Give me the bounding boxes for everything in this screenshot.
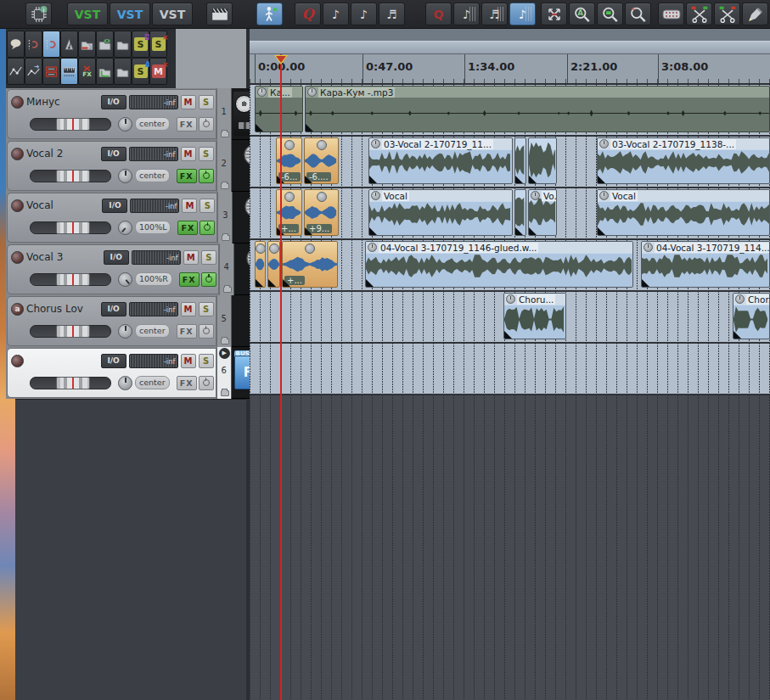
track-lane-1[interactable]: Ка...Кара-Кум -.mp3 (250, 85, 770, 137)
volume-fader-handle[interactable] (56, 170, 90, 182)
item-volume-knob[interactable] (599, 139, 609, 148)
audio-item[interactable]: Кара-Кум -.mp3 (305, 86, 770, 132)
item-volume-knob[interactable] (269, 244, 279, 254)
volume-fader[interactable] (30, 170, 111, 182)
fade-handle[interactable] (256, 279, 263, 287)
item-volume-knob[interactable] (644, 243, 653, 252)
io-button[interactable]: I/O (101, 354, 126, 368)
pan-knob[interactable] (118, 376, 132, 390)
track-panel-1[interactable]: МинусI/O-infMScenterFX1 (6, 88, 246, 140)
tcp-empty-area[interactable] (15, 399, 246, 700)
record-arm-button[interactable] (11, 199, 24, 212)
folder-state-icon[interactable] (223, 287, 232, 293)
volume-fader-handle[interactable] (56, 325, 90, 338)
volume-fader[interactable] (30, 325, 111, 338)
volume-fader-handle[interactable] (56, 377, 90, 389)
fade-handle[interactable] (515, 176, 523, 183)
solo-button[interactable]: S (199, 147, 214, 161)
folder-state-icon[interactable] (221, 183, 229, 189)
audio-item[interactable] (514, 189, 526, 236)
track-name[interactable]: Vocal (24, 199, 102, 211)
fade-handle[interactable] (733, 331, 741, 339)
quantize-button[interactable]: Q (425, 3, 452, 25)
fx-button[interactable]: FX (177, 169, 197, 183)
fade-handle[interactable] (268, 279, 276, 287)
track-lane-2[interactable]: -6...-6....03-Vocal 2-170719_11...03-Voc… (250, 137, 770, 188)
folder-state-icon[interactable] (221, 390, 229, 396)
scrollbar-thumb[interactable] (250, 41, 770, 54)
audio-item[interactable] (267, 241, 280, 288)
fx-button[interactable]: FX (177, 117, 197, 132)
notes-bubble-button[interactable] (7, 31, 25, 58)
pan-knob[interactable] (118, 169, 132, 183)
track-name[interactable]: Vocal 3 (24, 251, 104, 263)
item-volume-knob[interactable] (284, 192, 295, 202)
clapperboard-button[interactable] (206, 3, 233, 25)
vst-offline-button[interactable]: VST (152, 3, 193, 25)
pan-knob[interactable] (118, 324, 132, 339)
vst-bridged-button[interactable]: VST (110, 3, 150, 25)
vu-meter[interactable]: -inf (129, 354, 178, 368)
fade-handle[interactable] (504, 331, 512, 339)
track-number-column[interactable]: 3 (217, 192, 233, 244)
track-panel-4[interactable]: Vocal 3I/O-infMS100%RFX4 (6, 244, 246, 295)
fade-handle[interactable] (305, 227, 312, 235)
volume-fader[interactable] (30, 273, 111, 286)
folder-state-icon[interactable] (221, 132, 229, 137)
audio-item[interactable] (255, 241, 266, 288)
unsolo-all-button[interactable]: S× (149, 31, 167, 58)
note-grid-2-button[interactable]: ♬ (481, 3, 508, 25)
edit-cursor[interactable] (280, 54, 282, 700)
track-power-button[interactable] (199, 376, 214, 390)
mute-button[interactable]: M (181, 147, 196, 161)
vu-meter[interactable]: -inf (129, 95, 178, 109)
envelope-move-button[interactable] (25, 58, 42, 85)
item-volume-knob[interactable] (317, 192, 327, 202)
fade-handle[interactable] (598, 176, 605, 183)
snap-relative-button[interactable] (25, 31, 42, 58)
track-lane-3[interactable]: +...+9...VocalVo...Vocal (250, 188, 770, 240)
record-arm-button[interactable] (11, 96, 24, 109)
envelope-points-button[interactable] (7, 58, 25, 85)
audio-item[interactable]: 04-Vocal 3-170719_114... (641, 241, 770, 288)
audio-item[interactable]: 03-Vocal 2-170719_11... (368, 137, 513, 184)
audio-item[interactable]: +9... (304, 189, 339, 236)
fx-bypass-button[interactable]: FX (78, 58, 96, 85)
fx-button[interactable]: FX (179, 272, 200, 287)
folder-plain-2-button[interactable] (114, 58, 132, 85)
track-lane-6[interactable] (250, 344, 770, 395)
pan-value[interactable]: 100%R (135, 272, 172, 286)
fx-button[interactable]: FX (177, 221, 198, 235)
folder-indent-button[interactable] (96, 58, 114, 85)
audio-item[interactable]: +... (282, 241, 338, 288)
track-number-column[interactable]: 1 (216, 88, 232, 140)
audio-item[interactable]: Choru... (503, 293, 566, 339)
audio-item[interactable]: -6.... (304, 137, 339, 184)
track-power-button[interactable] (199, 324, 214, 339)
zoom-amount-button[interactable]: A (569, 3, 595, 25)
track-lane-4[interactable]: +...04-Vocal 3-170719_1146-glued.w...04-… (250, 240, 770, 292)
fade-handle[interactable] (529, 227, 537, 235)
solo-button[interactable]: S (199, 95, 214, 109)
vst-enabled-button[interactable]: VST (67, 3, 108, 25)
metronome-button[interactable] (60, 31, 78, 58)
folder-state-icon[interactable] (221, 339, 229, 344)
zoom-undo-button[interactable] (625, 3, 651, 25)
note-grid-1-button[interactable]: ♪ (453, 3, 480, 25)
audio-item[interactable] (528, 137, 557, 184)
track-name[interactable]: Chorus Lov (24, 303, 101, 315)
item-volume-knob[interactable] (735, 294, 745, 304)
pan-value[interactable]: center (135, 376, 170, 389)
vu-meter[interactable]: -inf (129, 302, 178, 316)
note-eighth-1-button[interactable]: ♪ (323, 3, 349, 25)
pan-value[interactable]: center (135, 169, 170, 182)
track-name[interactable]: Минус (24, 96, 101, 108)
solo-button[interactable]: S (199, 354, 214, 368)
folder-plain-button[interactable] (114, 31, 132, 58)
io-button[interactable]: I/O (101, 302, 126, 316)
item-volume-knob[interactable] (256, 244, 266, 254)
folder-show-button[interactable] (96, 31, 114, 58)
auto-solo-button[interactable]: SA (132, 58, 149, 85)
vu-meter[interactable]: -inf (129, 147, 178, 161)
pan-value[interactable]: center (135, 117, 170, 131)
